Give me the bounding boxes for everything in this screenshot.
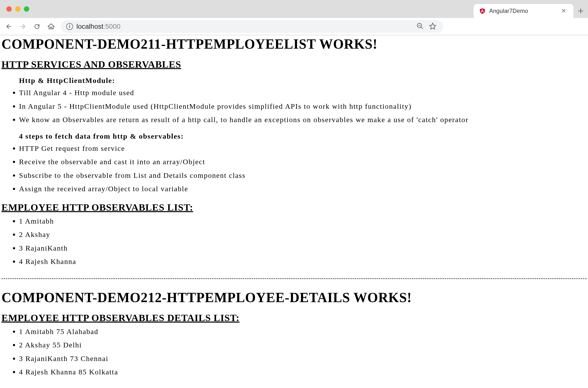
heading-employee-details: EMPLOYEE HTTP OBSERVABLES DETAILS LIST: xyxy=(1,312,587,323)
site-info-icon[interactable]: i xyxy=(66,23,73,30)
tab-title: Angular7Demo xyxy=(489,7,556,14)
url-port: :5000 xyxy=(104,23,121,30)
forward-button[interactable] xyxy=(19,22,27,31)
heading-component-211: COMPONENT-DEMO211-HTTPEMPLOYEELIST WORKS… xyxy=(1,36,587,52)
list-item: 2 Akshay xyxy=(19,228,587,241)
heading-http-services: HTTP SERVICES AND OBSERVABLES xyxy=(1,59,587,70)
list-item: We know an Observables are return as res… xyxy=(19,114,587,126)
list-item: Till Angular 4 - Http module used xyxy=(19,87,587,99)
list-http-module: Till Angular 4 - Http module used In Ang… xyxy=(19,87,587,126)
titlebar: Angular7Demo xyxy=(0,0,588,18)
svg-marker-1 xyxy=(482,8,485,14)
close-tab-button[interactable] xyxy=(559,6,568,16)
new-tab-button[interactable] xyxy=(573,4,588,18)
list-item: 1 Amitabh 75 Alahabad xyxy=(19,325,587,338)
divider xyxy=(1,278,587,279)
heading-component-212: COMPONENT-DEMO212-HTTPEMPLOYEE-DETAILS W… xyxy=(1,290,587,305)
url-host: localhost xyxy=(77,23,104,30)
subhead-http-module: Http & HttpClientModule: xyxy=(19,76,587,85)
list-item: Receive the observable and cast it into … xyxy=(19,156,587,168)
tab-strip: Angular7Demo xyxy=(474,3,588,18)
list-four-steps: HTTP Get request from service Receive th… xyxy=(19,142,587,195)
window-minimize-button[interactable] xyxy=(15,6,21,12)
window-controls xyxy=(0,6,29,12)
address-bar[interactable]: i localhost:5000 xyxy=(61,20,443,33)
list-item: Assign the received array/Object to loca… xyxy=(19,183,587,195)
reload-button[interactable] xyxy=(33,22,41,31)
url-text: localhost:5000 xyxy=(77,23,413,30)
browser-chrome: Angular7Demo i localhost:5000 xyxy=(0,0,588,35)
window-close-button[interactable] xyxy=(6,6,12,12)
subhead-four-steps: 4 steps to fetch data from http & observ… xyxy=(19,132,587,140)
list-item: 4 Rajesh Khanna 85 Kolkatta xyxy=(19,366,587,378)
page-content: COMPONENT-DEMO211-HTTPEMPLOYEELIST WORKS… xyxy=(0,36,588,388)
list-item: 3 RajaniKanth 73 Chennai xyxy=(19,352,587,365)
list-item: 1 Amitabh xyxy=(19,215,587,227)
star-icon[interactable] xyxy=(429,22,436,31)
list-item: HTTP Get request from service xyxy=(19,142,587,154)
zoom-icon[interactable] xyxy=(416,22,424,31)
employee-list: 1 Amitabh 2 Akshay 3 RajaniKanth 4 Rajes… xyxy=(19,215,587,267)
employee-details-list: 1 Amitabh 75 Alahabad 2 Akshay 55 Delhi … xyxy=(19,325,587,378)
list-item: 3 RajaniKanth xyxy=(19,242,587,254)
back-button[interactable] xyxy=(4,22,13,31)
omnibox-actions xyxy=(416,22,438,31)
browser-tab-active[interactable]: Angular7Demo xyxy=(474,4,573,18)
list-item: 2 Akshay 55 Delhi xyxy=(19,339,587,351)
heading-employee-list: EMPLOYEE HTTP OBSERVABLES LIST: xyxy=(1,202,587,213)
home-button[interactable] xyxy=(47,22,55,31)
list-item: 4 Rajesh Khanna xyxy=(19,255,587,267)
angular-icon xyxy=(479,7,486,15)
list-item: In Angular 5 - HttpClientModule used (Ht… xyxy=(19,100,587,112)
list-item: Subscribe to the observable from List an… xyxy=(19,169,587,181)
browser-toolbar: i localhost:5000 xyxy=(0,18,588,35)
window-maximize-button[interactable] xyxy=(24,6,29,12)
